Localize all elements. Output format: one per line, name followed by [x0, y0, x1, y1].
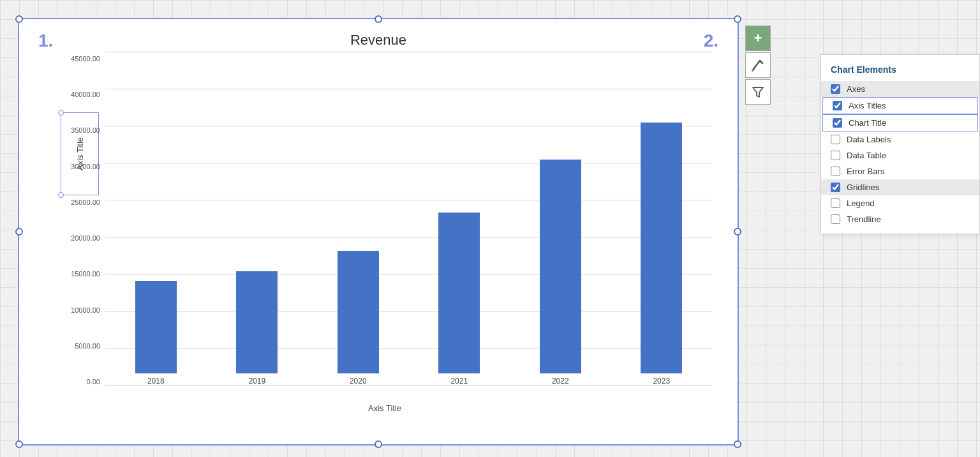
bar-label-2021: 2021 — [450, 377, 468, 386]
chart-inner: Axis Title 0.00 5000.00 10000.00 15000.0… — [19, 52, 738, 419]
bar-label-2023: 2023 — [653, 377, 670, 386]
axes-checkbox[interactable] — [831, 84, 840, 94]
plot-area: 0.00 5000.00 10000.00 15000.00 20000.00 … — [57, 52, 712, 413]
bar-group-2021: 2021 — [431, 213, 488, 386]
axis-titles-label: Axis Titles — [849, 101, 886, 110]
bar-2022 — [540, 160, 581, 373]
y-tick-4: 20000.00 — [71, 234, 100, 242]
bar-2021 — [438, 213, 480, 373]
corner-label-1: 1. — [38, 31, 53, 51]
chart-wrapper: 1. 2. Revenue Axis Title 0.00 5000 — [18, 18, 739, 446]
svg-marker-0 — [753, 87, 763, 97]
panel-item-axes[interactable]: Axes — [821, 81, 979, 97]
error-bars-label: Error Bars — [847, 167, 884, 176]
add-chart-element-button[interactable]: + — [745, 26, 771, 51]
y-tick-1: 5000.00 — [75, 342, 100, 350]
axes-label: Axes — [847, 84, 865, 94]
y-tick-8: 40000.00 — [71, 91, 100, 98]
panel-title: Chart Elements — [821, 61, 979, 81]
chart-title-label: Chart Title — [849, 118, 886, 128]
y-tick-9: 45000.00 — [71, 55, 100, 63]
y-tick-5: 25000.00 — [71, 199, 100, 206]
panel-item-legend[interactable]: Legend — [821, 195, 979, 211]
bar-group-2023: 2023 — [633, 123, 690, 386]
bar-label-2018: 2018 — [147, 377, 165, 386]
data-labels-label: Data Labels — [847, 135, 891, 144]
chart-filter-button[interactable] — [745, 79, 771, 105]
y-axis-and-bars: 0.00 5000.00 10000.00 15000.00 20000.00 … — [57, 52, 712, 401]
handle-bot-right[interactable] — [734, 440, 741, 448]
chart-title-checkbox[interactable] — [833, 118, 842, 128]
bars-row: 2018 2019 2020 — [105, 52, 712, 401]
y-tick-7: 35000.00 — [71, 126, 100, 134]
bar-label-2019: 2019 — [248, 377, 265, 386]
bar-2023 — [641, 123, 682, 373]
panel-item-error-bars[interactable]: Error Bars — [821, 163, 979, 179]
bar-label-2020: 2020 — [350, 377, 367, 386]
handle-mid-left[interactable] — [15, 228, 23, 236]
gridlines-label: Gridlines — [847, 183, 879, 192]
bar-group-2019: 2019 — [228, 271, 286, 386]
bar-2018 — [135, 281, 177, 373]
axis-titles-checkbox[interactable] — [833, 101, 842, 110]
chart-style-button[interactable] — [745, 52, 771, 78]
y-axis: 0.00 5000.00 10000.00 15000.00 20000.00 … — [57, 52, 105, 401]
y-tick-2: 10000.00 — [71, 306, 100, 314]
data-table-checkbox[interactable] — [831, 151, 840, 160]
y-axis-label-wrapper: Axis Title — [26, 52, 57, 413]
handle-top-mid[interactable] — [375, 15, 382, 23]
y-tick-6: 30000.00 — [71, 163, 100, 170]
handle-mid-right[interactable] — [734, 228, 741, 236]
bars-and-grid: 2018 2019 2020 — [105, 52, 712, 401]
panel-item-trendline[interactable]: Trendline — [821, 211, 979, 227]
panel-item-gridlines[interactable]: Gridlines — [821, 179, 979, 195]
x-axis-title: Axis Title — [57, 403, 712, 413]
panel-item-axis-titles[interactable]: Axis Titles — [822, 97, 978, 114]
gridlines-checkbox[interactable] — [831, 183, 840, 192]
trendline-label: Trendline — [847, 214, 881, 224]
corner-label-2: 2. — [704, 31, 718, 51]
main-container: 1. 2. Revenue Axis Title 0.00 5000 — [18, 11, 962, 446]
handle-bot-mid[interactable] — [375, 440, 382, 448]
panel-item-data-labels[interactable]: Data Labels — [821, 131, 979, 147]
data-labels-checkbox[interactable] — [831, 135, 840, 144]
bar-2019 — [236, 271, 278, 373]
chart-elements-panel: Chart Elements Axes Axis Titles Chart Ti… — [820, 54, 980, 234]
legend-checkbox[interactable] — [831, 199, 840, 208]
legend-label: Legend — [847, 199, 874, 208]
bar-2020 — [338, 251, 379, 373]
bar-group-2020: 2020 — [329, 251, 387, 386]
bar-label-2022: 2022 — [552, 377, 569, 386]
panel-item-chart-title[interactable]: Chart Title — [822, 114, 978, 131]
data-table-label: Data Table — [847, 151, 886, 160]
y-tick-3: 15000.00 — [71, 270, 100, 278]
y-tick-0: 0.00 — [87, 378, 100, 386]
handle-top-right[interactable] — [734, 15, 741, 23]
bar-group-2022: 2022 — [531, 160, 589, 386]
handle-top-left[interactable] — [15, 15, 23, 23]
chart-buttons: + — [745, 26, 771, 105]
panel-item-data-table[interactable]: Data Table — [821, 147, 979, 163]
bar-group-2018: 2018 — [127, 281, 184, 386]
handle-bot-left[interactable] — [15, 440, 23, 448]
trendline-checkbox[interactable] — [831, 214, 840, 224]
chart-title[interactable]: Revenue — [19, 19, 738, 52]
error-bars-checkbox[interactable] — [831, 167, 840, 176]
